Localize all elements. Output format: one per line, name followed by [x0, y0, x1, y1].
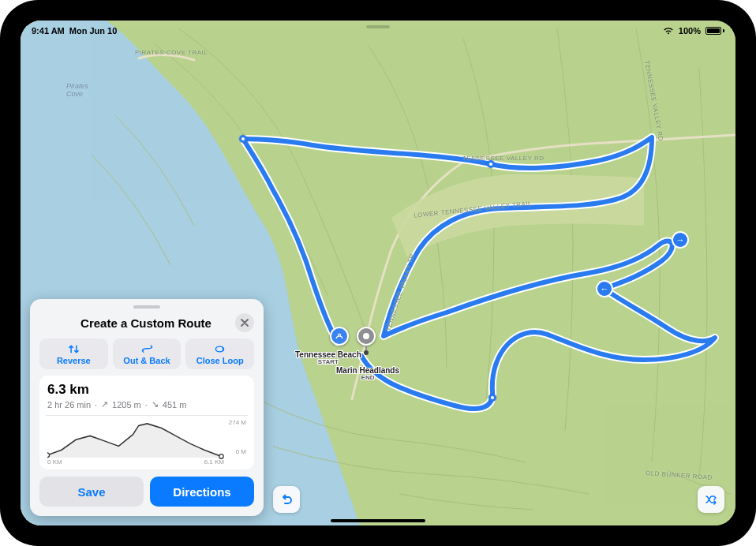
label-tennessee-valley-rd: TENNESSEE VALLEY RD: [462, 155, 544, 162]
elev-min: 0 M: [236, 448, 246, 455]
outback-label: Out & Back: [123, 356, 170, 365]
route-waypoint[interactable]: [487, 160, 495, 168]
route-waypoint[interactable]: [239, 135, 247, 143]
close-button[interactable]: [235, 313, 254, 332]
directions-label: Directions: [173, 485, 230, 499]
elev-xstart: 0 KM: [47, 458, 62, 466]
undo-icon: [279, 492, 294, 507]
close-loop-button[interactable]: Close Loop: [185, 338, 254, 369]
outback-icon: [140, 343, 154, 355]
directions-button[interactable]: Directions: [150, 477, 254, 507]
home-indicator[interactable]: [331, 519, 425, 522]
wifi-icon: [663, 27, 674, 35]
route-options-button[interactable]: [698, 486, 724, 513]
save-label: Save: [77, 485, 105, 499]
panel-grabber[interactable]: [133, 305, 160, 309]
save-button[interactable]: Save: [39, 477, 144, 507]
route-ascent: 1205 m: [112, 400, 141, 410]
route-time: 2 hr 26 min: [47, 400, 91, 410]
pin-start[interactable]: [330, 327, 349, 346]
direction-badge-right: →: [673, 233, 687, 247]
status-time: 9:41 AM: [32, 26, 65, 36]
pin-end-sub: END: [336, 375, 399, 382]
battery-pct: 100%: [679, 26, 701, 36]
status-bar: 9:41 AM Mon Jun 10 100%: [21, 21, 735, 38]
svg-point-1: [47, 453, 50, 458]
elevation-chart: 274 M 0 M 0 KM 6.1 KM: [47, 419, 246, 465]
closeloop-icon: [213, 343, 226, 355]
battery-icon: [705, 27, 724, 35]
reverse-icon: [67, 343, 80, 355]
route-options-icon: [704, 492, 718, 507]
stats-card: 6.3 km 2 hr 26 min · ↗1205 m · ↘451 m: [39, 376, 254, 469]
pin-end[interactable]: [357, 327, 376, 355]
label-pirates-cove-trail: PIRATES COVE TRAIL: [135, 49, 208, 56]
undo-button[interactable]: [273, 486, 300, 513]
status-date: Mon Jun 10: [69, 26, 118, 36]
screen: 9:41 AM Mon Jun 10 100%: [21, 21, 735, 525]
closeloop-label: Close Loop: [196, 356, 244, 365]
route-distance: 6.3 km: [47, 382, 246, 398]
route-descent: 451 m: [163, 400, 187, 410]
route-panel: Create a Custom Route Reverse Out & Back…: [30, 299, 264, 516]
route-waypoint[interactable]: [488, 394, 496, 402]
ipad-frame: 9:41 AM Mon Jun 10 100%: [0, 0, 756, 546]
elev-xend: 6.1 KM: [204, 458, 224, 466]
direction-badge-left: ←: [597, 282, 612, 296]
panel-title: Create a Custom Route: [39, 316, 235, 330]
label-pirates-cove: Pirates Cove: [66, 82, 88, 98]
reverse-button[interactable]: Reverse: [39, 338, 108, 369]
pin-start-sub: START: [295, 359, 361, 366]
elev-max: 274 M: [229, 419, 246, 426]
reverse-label: Reverse: [57, 356, 91, 365]
out-and-back-button[interactable]: Out & Back: [113, 338, 182, 369]
